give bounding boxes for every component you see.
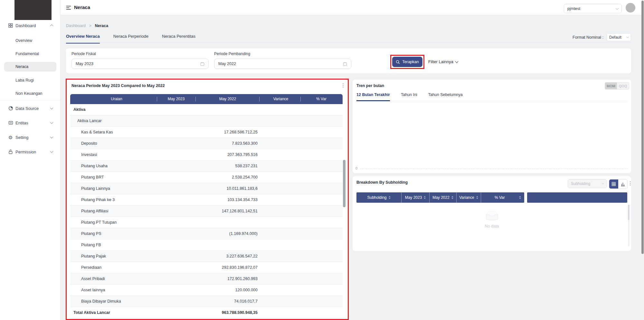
filter-lainnya-button[interactable]: Filter Lainnya <box>428 59 458 64</box>
tab-12-bulan-terakhir[interactable]: 12 Bulan Terakhir <box>356 92 390 101</box>
bar-chart-icon <box>621 182 625 186</box>
tabs-divider <box>66 43 631 43</box>
sidebar-item-fundamental[interactable]: Fundamental <box>0 49 61 59</box>
tab-neraca-perperiode[interactable]: Neraca Perperiode <box>113 34 148 44</box>
terapkan-button[interactable]: Terapkan <box>392 57 422 67</box>
breakdown-card: Breakdown By Subholding Subholding ⋮ Sub… <box>353 176 631 251</box>
avatar[interactable] <box>626 3 635 13</box>
sidebar-item-dashboard[interactable]: Dashboard <box>0 21 61 30</box>
sidebar-item-overview[interactable]: Overview <box>0 36 61 45</box>
table-row: Asset lainnya120.000.000 <box>70 285 343 296</box>
sidebar-item-permission[interactable]: Permission <box>0 147 61 157</box>
pie-icon <box>8 106 13 111</box>
sort-icon <box>424 196 426 199</box>
table-view-button[interactable] <box>609 179 618 189</box>
sort-icon <box>476 196 478 199</box>
table-row: Persediaan292.830.196.872,07 <box>70 262 343 273</box>
sidebar-item-setting[interactable]: ⚙ Setting <box>0 132 61 142</box>
chevron-down-icon <box>455 60 459 63</box>
table-row: Aktiva Lancar <box>70 115 343 127</box>
table-row: Piutang Affiliasi147.126.801.142,51 <box>70 206 343 217</box>
sort-icon <box>451 196 453 199</box>
col-pct-var: % Var <box>316 97 327 101</box>
lock-icon <box>8 150 13 154</box>
breadcrumb: Dashboard > Neraca <box>66 24 108 28</box>
periode-fiskal-input[interactable]: May 2023 <box>71 59 209 69</box>
table-row-total: Total Aktiva Lancar963.788.590.948,35 <box>70 307 343 318</box>
col-variance[interactable]: Variance <box>457 192 481 203</box>
sort-icon <box>389 196 391 199</box>
breakdown-card-title: Breakdown By Subholding <box>356 180 408 185</box>
y-axis-zero-label: 0 <box>355 166 357 170</box>
tab-tahun-sebelumnya[interactable]: Tahun Sebelumnya <box>428 92 463 101</box>
col-may-2023: May 2023 <box>168 97 185 101</box>
table-row: Aktiva <box>70 104 343 115</box>
header-filler <box>527 192 627 203</box>
col-may-2022: May 2022 <box>219 97 236 101</box>
filter-card: Periode Fiskal May 2023 Periode Pembandi… <box>66 48 631 73</box>
chevron-down-icon <box>50 135 53 139</box>
neraca-table-card: Neraca Periode May 2023 Compared to May … <box>67 80 348 319</box>
chevron-down-icon <box>50 150 53 153</box>
calendar-icon <box>200 62 204 66</box>
table-row: Piutang FB <box>70 239 343 251</box>
tren-card-title: Tren per bulan <box>356 83 384 88</box>
qoq-button[interactable]: QOQ <box>617 82 629 89</box>
sidebar: Dashboard Overview Fundamental Neraca La… <box>0 0 61 320</box>
table-row: Piutang Pihak ke 3103.134.354.733 <box>70 194 343 206</box>
mom-qoq-toggle: MOM QOQ <box>605 82 629 90</box>
tab-neraca-perentitas[interactable]: Neraca Perentitas <box>162 34 195 44</box>
empty-inbox-icon <box>484 211 500 221</box>
sidebar-item-neraca[interactable]: Neraca <box>4 62 56 72</box>
col-may-2022[interactable]: May 2022 <box>430 192 457 203</box>
app-root: Dashboard Overview Fundamental Neraca La… <box>0 0 644 320</box>
table-header: Uraian May 2023 May 2022 Variance % Var <box>70 94 343 104</box>
sidebar-item-laba-rugi[interactable]: Laba Rugi <box>0 75 61 85</box>
chart-view-button[interactable] <box>618 179 627 189</box>
periode-fiskal-label: Periode Fiskal <box>71 52 96 56</box>
table-row: Kas & Setara Kas17.268.586.712,25 <box>70 127 343 138</box>
col-variance: Variance <box>273 97 288 101</box>
sidebar-item-label: Dashboard <box>15 23 36 28</box>
page-tabs: Overview Neraca Neraca Perperiode Neraca… <box>66 34 195 44</box>
tren-tabs: 12 Bulan Terakhir Tahun Ini Tahun Sebelu… <box>356 92 627 101</box>
table-scrollbar[interactable] <box>343 160 346 207</box>
breadcrumb-current: Neraca <box>95 24 108 28</box>
gear-icon: ⚙ <box>8 135 13 140</box>
col-subholding[interactable]: Subholding <box>356 192 402 203</box>
tab-overview-neraca[interactable]: Overview Neraca <box>66 34 100 44</box>
chevron-down-icon <box>602 182 604 184</box>
sidebar-divider <box>0 100 61 101</box>
col-pct-var[interactable]: % Var <box>481 192 524 203</box>
table-row: Piutang Lainnya10.011.861.183,6 <box>70 183 343 194</box>
user-select[interactable]: pjmtest <box>564 4 622 13</box>
view-toggle-group <box>609 179 628 189</box>
periode-pembanding-label: Periode Pembanding <box>214 52 250 56</box>
format-nominal-select[interactable]: Default <box>607 33 631 41</box>
sidebar-item-entitas[interactable]: Entitas <box>0 118 61 128</box>
sidebar-item-non-keuangan[interactable]: Non Keuangan <box>0 89 61 98</box>
table-row: Biaya Dibayar Dimuka74.016.017,7 <box>70 296 343 307</box>
tab-tahun-ini[interactable]: Tahun Ini <box>401 92 417 101</box>
breakdown-scrollbar[interactable] <box>628 205 630 220</box>
more-menu-icon[interactable]: ⋮ <box>341 83 346 88</box>
more-menu-icon[interactable]: ⋮ <box>628 181 633 186</box>
neraca-card-title: Neraca Periode May 2023 Compared to May … <box>71 83 165 88</box>
table-row: Investasi207.363.795.516 <box>70 149 343 160</box>
subholding-select[interactable]: Subholding <box>568 179 607 188</box>
sidebar-item-data-source[interactable]: Data Source <box>0 103 61 113</box>
search-icon <box>396 60 400 64</box>
breadcrumb-item[interactable]: Dashboard <box>66 24 86 28</box>
col-uraian: Uraian <box>111 97 122 101</box>
breakdown-table-header: Subholding May 2023 May 2022 Variance % … <box>356 192 627 203</box>
periode-pembanding-input[interactable]: May 2022 <box>214 59 351 69</box>
menu-fold-icon[interactable] <box>66 5 71 11</box>
table-view-icon <box>611 182 616 186</box>
chevron-down-icon <box>616 6 619 10</box>
page-scrollbar[interactable] <box>641 1 644 254</box>
chevron-down-icon <box>50 106 53 110</box>
col-may-2023[interactable]: May 2023 <box>402 192 430 203</box>
table-row: Piutang BRT2.538.254.700 <box>70 172 343 183</box>
mom-button[interactable]: MOM <box>605 82 617 89</box>
empty-state: No data <box>353 211 631 228</box>
